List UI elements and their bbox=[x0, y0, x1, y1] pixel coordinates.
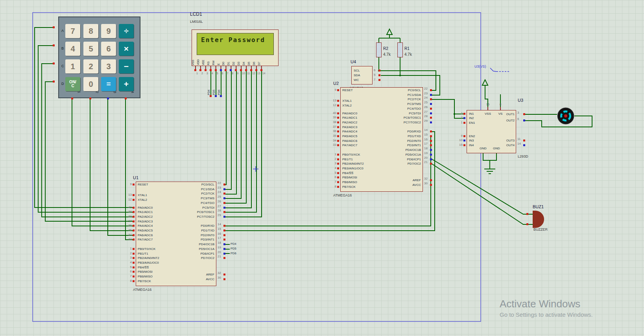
u3-pin-number: 3 bbox=[517, 111, 524, 114]
wire[interactable] bbox=[483, 153, 496, 160]
wire[interactable] bbox=[432, 159, 534, 214]
u1-pin-number: 34 bbox=[122, 233, 132, 237]
u4-pin-name: SDA bbox=[354, 73, 360, 77]
wire[interactable] bbox=[225, 71, 226, 185]
pin-state-indicator bbox=[223, 211, 225, 213]
wire[interactable] bbox=[432, 164, 534, 224]
buzzer-part: BUZZER bbox=[533, 228, 548, 231]
keypad-key-7[interactable]: 7 bbox=[65, 24, 80, 38]
u2-pin-number: 39 bbox=[326, 116, 336, 119]
pin-state-indicator bbox=[378, 70, 380, 72]
vs-net-arrow-icon bbox=[490, 68, 496, 72]
wire[interactable] bbox=[45, 82, 133, 221]
u1-pin-name: PA7/ADC7 bbox=[138, 238, 153, 241]
pin-state-indicator bbox=[133, 194, 135, 196]
pin-state-indicator bbox=[210, 69, 212, 71]
u1-part: ATMEGA16 bbox=[133, 288, 151, 292]
keypad[interactable]: 789÷456×123−ON/ C0=+ABCD1234 bbox=[58, 17, 140, 98]
u4-pin-number: 5 bbox=[374, 73, 378, 77]
u1-pin-name: AREF bbox=[178, 273, 214, 276]
u1-pin-number: 1 bbox=[122, 247, 132, 250]
pin-state-indicator bbox=[205, 69, 207, 71]
u2-pin-name: PC7/TOSC2 bbox=[384, 121, 421, 124]
keypad-key-4[interactable]: 4 bbox=[65, 42, 80, 56]
wire[interactable] bbox=[125, 99, 133, 240]
u3-pin-number: 9 bbox=[452, 134, 463, 138]
pd5-net-label-vertical: PD5 bbox=[212, 90, 215, 95]
lcd-pin-number: 8 bbox=[232, 72, 233, 75]
wire[interactable] bbox=[225, 71, 241, 198]
pin-state-indicator bbox=[223, 253, 225, 255]
pin-state-indicator bbox=[337, 172, 339, 174]
keypad-row-label: A bbox=[61, 29, 64, 33]
u1-pin-number: 40 bbox=[122, 206, 132, 209]
u2-pin-number: 12 bbox=[326, 103, 336, 107]
keypad-key-×[interactable]: × bbox=[119, 42, 134, 56]
u2-pin-number: 20 bbox=[424, 156, 430, 160]
lcd-pin-number: 11 bbox=[247, 72, 250, 75]
keypad-key-÷[interactable]: ÷ bbox=[119, 24, 134, 38]
keypad-key-3[interactable]: 3 bbox=[101, 59, 116, 73]
u2-pin-name: PC4/TDO bbox=[384, 107, 421, 110]
pin-state-indicator bbox=[199, 69, 201, 71]
pin-state-indicator bbox=[463, 113, 465, 115]
keypad-key-5[interactable]: 5 bbox=[83, 42, 98, 56]
u2-pin-name: PA4/ADC4 bbox=[342, 130, 357, 133]
pin-state-indicator bbox=[337, 181, 339, 183]
pin-state-indicator bbox=[133, 207, 135, 209]
u3-pin-number: 16 bbox=[485, 103, 491, 106]
u3-pin-number: 10 bbox=[452, 138, 463, 142]
pin-state-indicator bbox=[133, 266, 135, 268]
u1-pin-name: PB5/MOSI bbox=[138, 270, 153, 274]
schematic-canvas[interactable]: 789÷456×123−ON/ C0=+ABCD1234 Enter Passw… bbox=[0, 0, 644, 336]
wire[interactable] bbox=[225, 71, 246, 203]
u1-pin-number: 39 bbox=[122, 210, 132, 213]
wire[interactable] bbox=[225, 71, 251, 208]
resistor-r2[interactable] bbox=[376, 42, 382, 57]
keypad-key-0[interactable]: 0 bbox=[83, 77, 98, 91]
u2-pin-number: 13 bbox=[326, 99, 336, 102]
pin-state-indicator bbox=[337, 176, 339, 178]
u1-pin-number: 8 bbox=[122, 279, 132, 283]
wire[interactable] bbox=[432, 99, 463, 118]
keypad-key-9[interactable]: 9 bbox=[101, 24, 116, 38]
pin-state-indicator bbox=[337, 105, 339, 106]
keypad-key-1[interactable]: 1 bbox=[65, 59, 80, 73]
pin-state-indicator bbox=[337, 117, 339, 119]
u2-pin-number: 36 bbox=[326, 129, 336, 133]
keypad-key-=[interactable]: = bbox=[101, 77, 116, 91]
u2-pin-name: PB5/MOSI bbox=[342, 176, 357, 179]
pin-state-indicator bbox=[337, 126, 339, 128]
pin-state-indicator bbox=[430, 89, 432, 91]
buzzer-dome[interactable] bbox=[535, 211, 544, 228]
u2-pin-number: 32 bbox=[424, 177, 430, 180]
wire[interactable] bbox=[485, 85, 488, 110]
u2-pin-number: 21 bbox=[424, 160, 430, 164]
resistor-r1[interactable] bbox=[397, 42, 403, 57]
u2-pin-name: PD1/TXD bbox=[384, 134, 421, 138]
keypad-key-2[interactable]: 2 bbox=[83, 59, 98, 73]
u3-pin-number: 8 bbox=[497, 103, 504, 106]
keypad-key-+[interactable]: + bbox=[119, 77, 134, 91]
wire[interactable] bbox=[379, 57, 381, 71]
keypad-key-ON-C[interactable]: ON/ C bbox=[65, 77, 80, 91]
u2-pin-number: 38 bbox=[326, 120, 336, 124]
u1-pin-number: 13 bbox=[122, 193, 132, 196]
pin-state-indicator bbox=[89, 97, 91, 99]
u3-pin-number: 11 bbox=[517, 137, 524, 141]
pin-state-indicator bbox=[240, 69, 242, 71]
keypad-key-−[interactable]: − bbox=[119, 59, 134, 73]
u1-pin-number: 35 bbox=[122, 228, 132, 232]
keypad-key-8[interactable]: 8 bbox=[83, 24, 98, 38]
keypad-key-6[interactable]: 6 bbox=[101, 42, 116, 56]
u4-ref: U4 bbox=[351, 59, 356, 64]
buzzer-body[interactable] bbox=[533, 211, 535, 228]
pin-state-indicator bbox=[53, 26, 55, 28]
pin-state-indicator bbox=[223, 248, 225, 250]
u1-pin-number: 17 bbox=[218, 236, 224, 240]
u2-pin-name: PD7/OC2 bbox=[384, 162, 421, 165]
lcd-pin-number: 10 bbox=[242, 72, 245, 75]
u1-pin-name: PC3/TMS bbox=[178, 196, 214, 200]
u1-pin-number: 3 bbox=[122, 256, 132, 259]
u1-pin-number: 37 bbox=[122, 219, 132, 223]
